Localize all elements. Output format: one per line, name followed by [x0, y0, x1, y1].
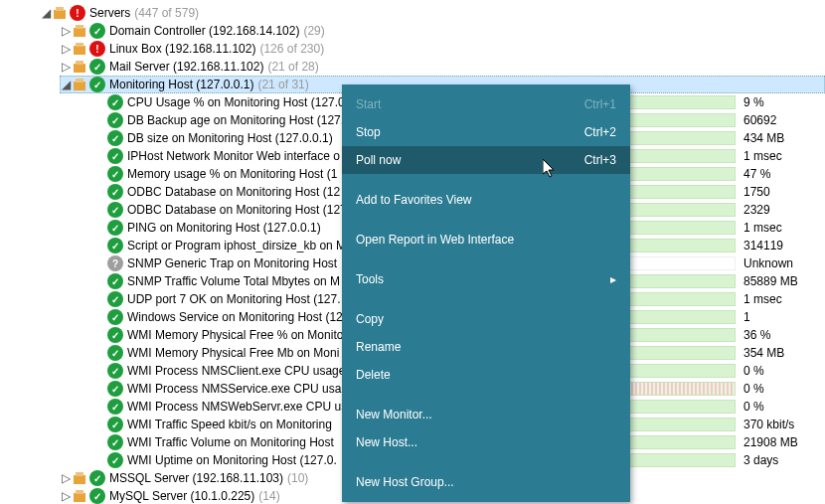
sparkline: [626, 400, 736, 414]
menu-item[interactable]: Copy: [342, 305, 630, 333]
menu-item[interactable]: Add to Favorites View: [342, 186, 630, 214]
node-label: MSSQL Server (192.168.11.103): [109, 471, 283, 485]
menu-item[interactable]: New Host...: [342, 428, 630, 456]
svg-rect-3: [76, 25, 83, 29]
sparkline: [626, 382, 736, 396]
menu-item[interactable]: New Monitor...: [342, 401, 630, 428]
node-value: 1 msec: [743, 221, 782, 235]
no-arrow-icon: ·: [95, 131, 107, 145]
menu-item[interactable]: Rename: [342, 333, 630, 361]
status-icon: ✓: [89, 77, 105, 92]
node-value: 1 msec: [743, 149, 782, 163]
status-icon: ✓: [107, 452, 123, 468]
collapse-arrow-icon[interactable]: ◢: [40, 6, 52, 20]
status-icon: ✓: [89, 488, 105, 504]
node-value: 0 %: [743, 400, 764, 414]
status-icon: ✓: [107, 309, 123, 325]
node-label: SNMP Traffic Volume Total Mbytes on M: [127, 274, 340, 288]
node-value: 314119: [743, 239, 783, 252]
expand-arrow-icon[interactable]: ▷: [60, 471, 72, 485]
svg-rect-5: [76, 43, 83, 47]
expand-arrow-icon[interactable]: ▷: [60, 60, 72, 74]
svg-rect-12: [74, 493, 85, 502]
group-icon: [52, 5, 68, 21]
expand-arrow-icon[interactable]: ▷: [60, 42, 72, 56]
node-label: WMI Traffic Speed kbit/s on Monitoring: [127, 418, 332, 431]
menu-item[interactable]: Poll nowCtrl+3: [342, 146, 630, 174]
sparkline: [626, 239, 736, 252]
svg-rect-13: [76, 490, 83, 494]
node-label: WMI Process NMSWebServr.exe CPU usa: [127, 400, 354, 414]
status-icon: ✓: [107, 273, 123, 289]
node-label: ODBC Database on Monitoring Host (12: [127, 185, 340, 199]
tree-row-root[interactable]: ◢ ! Servers (447 of 579): [0, 4, 825, 22]
node-label: DB Backup age on Monitoring Host (127.: [127, 113, 344, 127]
tree-row-server[interactable]: ▷✓Mail Server (192.168.11.102)(21 of 28): [0, 58, 825, 76]
menu-item[interactable]: New Host Group...: [342, 468, 630, 496]
svg-rect-8: [74, 82, 85, 90]
node-label: PING on Monitoring Host (127.0.0.1): [127, 221, 321, 235]
menu-item-label: Stop: [356, 125, 381, 139]
no-arrow-icon: ·: [95, 310, 107, 324]
context-menu: StartCtrl+1StopCtrl+2Poll nowCtrl+3Add t…: [342, 84, 630, 502]
node-value: 9 %: [743, 95, 764, 109]
status-icon: ✓: [107, 184, 123, 200]
host-icon: [72, 470, 87, 486]
no-arrow-icon: ·: [95, 435, 107, 449]
no-arrow-icon: ·: [95, 364, 107, 378]
svg-rect-4: [74, 46, 85, 55]
node-value: 60692: [743, 113, 776, 127]
node-label: Monitoring Host (127.0.0.1): [109, 78, 253, 91]
no-arrow-icon: ·: [95, 185, 107, 199]
node-count: (10): [287, 471, 308, 485]
no-arrow-icon: ·: [95, 292, 107, 306]
no-arrow-icon: ·: [95, 221, 107, 235]
no-arrow-icon: ·: [95, 95, 107, 109]
menu-item-label: New Host Group...: [356, 475, 454, 489]
submenu-arrow-icon: ▸: [610, 272, 616, 286]
tree-row-server[interactable]: ▷✓Domain Controller (192.168.14.102)(29): [0, 22, 825, 40]
status-icon: ✓: [107, 202, 123, 218]
sparkline: [626, 292, 736, 306]
node-value: 1 msec: [743, 292, 782, 306]
node-count: (21 of 28): [267, 60, 318, 74]
status-icon: !: [89, 41, 105, 57]
status-icon: ✓: [89, 59, 105, 75]
sparkline: [626, 328, 736, 342]
menu-item[interactable]: StopCtrl+2: [342, 118, 630, 146]
sparkline: [626, 95, 736, 109]
sparkline: [626, 167, 736, 181]
expand-arrow-icon[interactable]: ▷: [60, 489, 72, 503]
node-count: (14): [258, 489, 279, 503]
menu-item-label: Rename: [356, 340, 401, 354]
node-value: 354 MB: [743, 346, 784, 360]
sparkline: [626, 364, 736, 378]
node-label: SNMP Generic Trap on Monitoring Host: [127, 256, 337, 270]
host-icon: [72, 488, 87, 504]
status-icon: ✓: [107, 381, 123, 397]
node-label: MySQL Server (10.1.0.225): [109, 489, 254, 503]
collapse-arrow-icon[interactable]: ◢: [60, 78, 72, 91]
no-arrow-icon: ·: [95, 328, 107, 342]
no-arrow-icon: ·: [95, 113, 107, 127]
node-label: WMI Memory Physical Free % on Monito: [127, 328, 343, 342]
no-arrow-icon: ·: [95, 149, 107, 163]
status-icon: ✓: [107, 130, 123, 146]
node-label: WMI Traffic Volume on Monitoring Host: [127, 435, 334, 449]
node-label: CPU Usage % on Monitoring Host (127.0: [127, 95, 345, 109]
menu-item[interactable]: Delete: [342, 361, 630, 389]
sparkline: [626, 274, 736, 288]
menu-item-label: New Monitor...: [356, 408, 432, 421]
sparkline: [626, 149, 736, 163]
menu-item[interactable]: Tools▸: [342, 265, 630, 293]
no-arrow-icon: ·: [95, 274, 107, 288]
tree-row-server[interactable]: ▷!Linux Box (192.168.11.102)(126 of 230): [0, 40, 825, 58]
expand-arrow-icon[interactable]: ▷: [60, 24, 72, 38]
menu-item[interactable]: Open Report in Web Interface: [342, 226, 630, 253]
sparkline: [626, 346, 736, 360]
menu-item-label: Tools: [356, 272, 384, 286]
no-arrow-icon: ·: [95, 453, 107, 467]
svg-rect-10: [74, 475, 85, 484]
svg-rect-1: [56, 7, 64, 11]
status-icon: ✓: [107, 363, 123, 379]
